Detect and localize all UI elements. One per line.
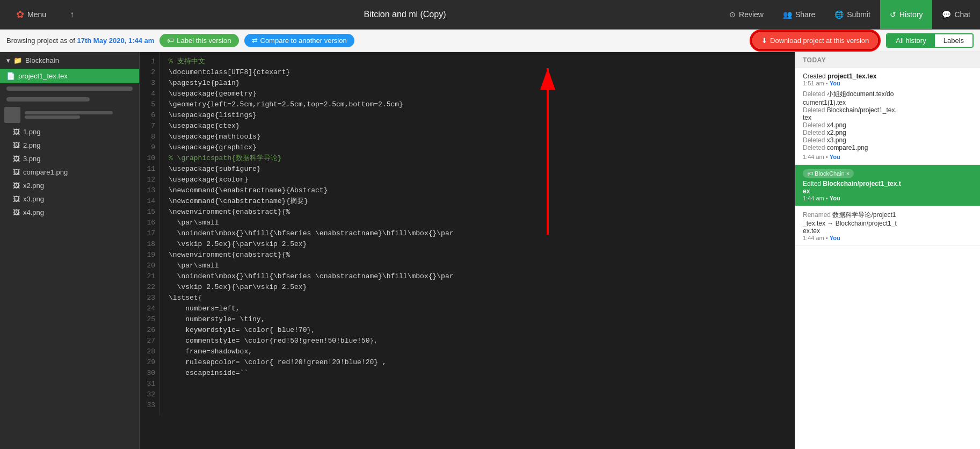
label-badge-container: 🏷 BlockChain × [803,169,972,180]
sidebar-item-compare1png[interactable]: 🖼 compare1.png [0,165,139,179]
submit-label: Submit [847,10,870,19]
line-number-21: 21 [140,271,159,282]
filename-3png: 3.png [23,155,41,163]
line-number-6: 6 [140,110,159,121]
line-number-23: 23 [140,293,159,303]
line-number-9: 9 [140,142,159,153]
browse-date: 17th May 2020, 1:44 am [77,37,155,45]
deleted-item-5: Deleted x3.png [803,136,972,144]
filename-x2png: x2.png [23,182,44,190]
code-line-5: \geometry{left=2.5cm,right=2.5cm,top=2.5… [169,99,786,110]
chat-button[interactable]: 💬 Chat [932,0,980,29]
nav-right: ⊙ Review 👥 Share 🌐 Submit ↺ History 💬 Ch… [720,0,980,29]
code-line-29: keywordstyle= \color{ blue!70}, [169,325,786,336]
history-item-created[interactable]: Created project1_tex.tex 1:51 am • You D… [795,68,980,165]
code-line-11: \usepackage{subfigure} [169,164,786,175]
line-number-25: 25 [140,314,159,325]
line-number-15: 15 [140,207,159,218]
file-sidebar: ▾ 📁 Blockchain 📄 project1_tex.tex 🖼 1.pn… [0,52,140,449]
sidebar-item-2png[interactable]: 🖼 2.png [0,139,139,152]
deleted-item-3: Deleted x4.png [803,121,972,129]
compare-icon: ⇄ [252,37,258,45]
code-line-31: frame=shadowbox, [169,346,786,357]
review-button[interactable]: ⊙ Review [720,0,773,29]
upload-icon: ↑ [70,10,74,19]
line-number-10: 10 [140,153,159,164]
menu-button[interactable]: ✿ Menu [6,9,56,20]
image-icon: 🖼 [13,141,20,149]
folder-label: Blockchain [25,56,59,64]
sidebar-item-x4png[interactable]: 🖼 x4.png [0,206,139,219]
line-number-16: 16 [140,218,159,228]
editor-inner: 1234567891011121314151617181920212223242… [140,52,795,415]
sidebar-folder-blockchain[interactable]: ▾ 📁 Blockchain [0,52,139,69]
line-number-28: 28 [140,346,159,357]
code-line-22: \par\small [169,260,786,271]
code-line-2: \documentclass[UTF8]{ctexart} [169,67,786,78]
download-version-button[interactable]: ⬇ Download project at this version [752,32,878,49]
download-icon: ⬇ [761,37,767,45]
history-item-highlighted[interactable]: 🏷 BlockChain × Edited Blockchain/project… [795,165,980,206]
line-number-2: 2 [140,67,159,78]
history-time-highlighted: 1:44 am • You [803,195,972,201]
user-renamed: You [830,235,840,241]
line-number-19: 19 [140,250,159,260]
line-number-26: 26 [140,325,159,336]
code-line-33: escapeinside=`` [169,368,786,379]
filename-1png: 1.png [23,128,41,136]
share-icon: 👥 [783,10,792,19]
user-2: You [830,154,840,160]
review-icon: ⊙ [729,10,736,19]
deleted-item-2: Deleted Blockchain/project1_tex.tex [803,106,972,121]
line-number-17: 17 [140,228,159,239]
sidebar-item-x2png[interactable]: 🖼 x2.png [0,179,139,192]
filename-compare1png: compare1.png [23,168,68,176]
sidebar-item-1png[interactable]: 🖼 1.png [0,125,139,139]
file-icon: 📄 [6,72,15,80]
compare-btn-text: Compare to another version [260,37,347,45]
line-number-1: 1 [140,56,159,67]
code-content: % 支持中文\documentclass[UTF8]{ctexart}\page… [160,52,795,415]
code-line-1: % 支持中文 [169,56,786,67]
filename-x3png: x3.png [23,195,44,203]
code-line-12: \usepackage{xcolor} [169,175,786,185]
line-number-8: 8 [140,132,159,142]
code-line-27: numbers=left, [169,303,786,314]
all-history-tab[interactable]: All history [887,34,934,47]
submit-button[interactable]: 🌐 Submit [825,0,880,29]
chat-label: Chat [954,10,970,19]
image-icon: 🖼 [13,208,20,216]
code-line-21: \newenvironment{cnabstract}{% [169,250,786,260]
history-label: History [899,10,923,19]
sidebar-item-x3png[interactable]: 🖼 x3.png [0,192,139,206]
share-button[interactable]: 👥 Share [773,0,825,29]
chat-icon: 💬 [942,10,951,19]
code-editor[interactable]: 1234567891011121314151617181920212223242… [140,52,795,449]
labels-tab[interactable]: Labels [935,34,972,47]
history-button[interactable]: ↺ History [880,0,933,29]
code-line-28: numberstyle= \tiny, [169,314,786,325]
line-numbers: 1234567891011121314151617181920212223242… [140,52,160,415]
download-btn-text: Download project at this version [770,37,869,45]
review-label: Review [739,10,764,19]
history-item-renamed[interactable]: Renamed 数据科学导论/project1_tex.tex → Blockc… [795,206,980,246]
code-line-8: \usepackage{mathtools} [169,132,786,142]
label-version-button[interactable]: 🏷 Label this version [159,34,238,47]
code-line-9: \usepackage{graphicx} [169,142,786,153]
menu-label: Menu [27,10,46,19]
history-time-1: 1:51 am • You [803,80,972,86]
code-line-7: \usepackage{ctex} [169,121,786,132]
line-number-33: 33 [140,400,159,411]
blurred-bar-1 [6,86,133,91]
line-number-22: 22 [140,282,159,293]
history-time-renamed: 1:44 am • You [803,235,972,241]
sidebar-item-3png[interactable]: 🖼 3.png [0,152,139,165]
compare-version-button[interactable]: ⇄ Compare to another version [244,34,354,47]
code-line-4: \usepackage{geometry} [169,89,786,99]
browse-text: Browsing project as of 17th May 2020, 1:… [6,37,154,45]
chevron-down-icon: ▾ [6,56,10,64]
deleted-item-1: Deleted 小姐姐document.tex/document1(1).tex [803,90,972,106]
history-edited-line: Edited Blockchain/project1_tex.tex [803,180,972,195]
active-file-item[interactable]: 📄 project1_tex.tex [0,69,139,83]
upload-button[interactable]: ↑ [60,10,84,19]
